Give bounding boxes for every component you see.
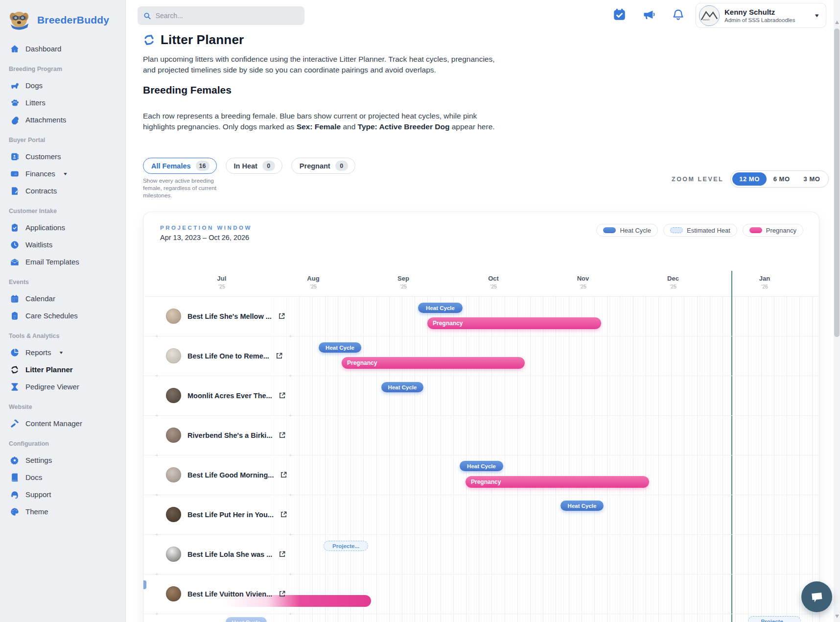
legend-heat-cycle: Heat Cycle xyxy=(596,224,658,237)
sidebar-item-dashboard[interactable]: Dashboard xyxy=(7,40,120,57)
search-input[interactable] xyxy=(156,12,299,20)
book-icon xyxy=(10,473,19,482)
cycle-icon xyxy=(10,365,19,374)
hammer-icon xyxy=(10,419,19,428)
sidebar-item-docs[interactable]: Docs xyxy=(7,469,120,486)
sidebar: BreederBuddy Dashboard Breeding Program … xyxy=(0,0,126,622)
zoom-option-3mo[interactable]: 3 MO xyxy=(797,172,827,186)
dog-avatar xyxy=(166,547,181,562)
filter-label: In Heat xyxy=(234,162,257,170)
filter-pregnant[interactable]: Pregnant 0 xyxy=(291,158,355,174)
zoom-option-6mo[interactable]: 6 MO xyxy=(767,172,797,186)
sidebar-item-litters[interactable]: Litters xyxy=(7,94,120,111)
sidebar-item-care-schedules[interactable]: Care Schedules xyxy=(7,307,120,324)
sidebar-item-pedigree-viewer[interactable]: Pedigree Viewer xyxy=(7,378,120,395)
app-logo-icon xyxy=(8,9,30,31)
pregnancy-bar[interactable]: Pregnancy xyxy=(466,476,649,488)
scroll-down-arrow-icon[interactable] xyxy=(835,615,839,618)
sidebar-item-waitlists[interactable]: Waitlists xyxy=(7,236,120,253)
sidebar-item-label: Calendar xyxy=(25,294,55,303)
user-role: Admin of SSS Labradoodles xyxy=(724,17,795,23)
pregnancy-bar[interactable]: Pregnancy xyxy=(342,357,525,369)
sidebar-section-breeding-program: Breeding Program xyxy=(9,66,120,72)
external-link-icon[interactable] xyxy=(278,312,285,320)
sidebar-item-label: Reports xyxy=(25,348,51,357)
month-tick: Aug'25 xyxy=(296,275,330,289)
sidebar-item-settings[interactable]: Settings xyxy=(7,452,120,469)
page-scrollbar[interactable] xyxy=(834,0,840,622)
sidebar-item-customers[interactable]: Customers xyxy=(7,148,120,165)
external-link-icon[interactable] xyxy=(279,392,286,399)
sidebar-item-theme[interactable]: Theme xyxy=(7,503,120,520)
heat-cycle-bar[interactable]: Heat Cycle xyxy=(319,342,361,353)
calendar-check-icon[interactable] xyxy=(613,8,626,21)
breeding-female-row: Projecte... Best Life Lola She was ... +… xyxy=(143,535,819,574)
sidebar-item-finances[interactable]: $ Finances ▼ xyxy=(7,165,120,182)
filter-in-heat[interactable]: In Heat 0 xyxy=(226,158,282,174)
clock-icon xyxy=(10,240,19,249)
sidebar-item-litter-planner[interactable]: Litter Planner xyxy=(7,361,120,378)
chart-legend: Heat Cycle Estimated Heat Pregnancy xyxy=(596,224,803,237)
heat-cycle-bar[interactable]: Heat Cycle xyxy=(418,303,463,313)
heat-cycle-bar[interactable]: Heat Cycle xyxy=(381,382,423,392)
external-link-icon[interactable] xyxy=(279,550,286,558)
sidebar-item-label: Pedigree Viewer xyxy=(25,383,79,391)
sidebar-item-label: Care Schedules xyxy=(25,311,78,320)
calendar-icon xyxy=(10,294,19,303)
month-tick: Nov'25 xyxy=(566,275,600,289)
sidebar-section-website: Website xyxy=(9,404,120,410)
sidebar-item-label: Finances xyxy=(25,169,55,178)
legend-label: Pregnancy xyxy=(766,227,796,234)
sidebar-item-label: Support xyxy=(25,490,51,499)
gear-icon xyxy=(10,455,19,465)
home-icon xyxy=(10,44,19,53)
sidebar-item-attachments[interactable]: Attachments xyxy=(7,111,120,128)
zoom-option-12mo[interactable]: 12 MO xyxy=(732,172,767,186)
scroll-up-arrow-icon[interactable] xyxy=(835,21,839,24)
external-link-icon[interactable] xyxy=(280,511,287,518)
user-menu[interactable]: mtnft Kenny Schultz Admin of SSS Labrado… xyxy=(696,3,826,28)
external-link-icon[interactable] xyxy=(280,471,287,478)
scrollbar-thumb[interactable] xyxy=(834,28,840,337)
external-link-icon[interactable] xyxy=(276,352,283,359)
sidebar-item-applications[interactable]: Applications xyxy=(7,219,120,236)
sidebar-item-contracts[interactable]: Contracts xyxy=(7,182,120,199)
pregnancy-swatch xyxy=(749,227,762,233)
estimated-heat-bar[interactable]: Projecte... xyxy=(748,616,801,622)
sidebar-item-label: Email Templates xyxy=(25,258,79,266)
sidebar-item-reports[interactable]: Reports ▼ xyxy=(7,344,120,361)
external-link-icon[interactable] xyxy=(279,431,286,439)
brand[interactable]: BreederBuddy xyxy=(0,6,125,38)
bell-icon[interactable] xyxy=(672,8,685,21)
dog-avatar xyxy=(166,388,181,403)
heat-cycle-bar[interactable]: Heat Cycle xyxy=(226,617,267,622)
filter-count-badge: 0 xyxy=(335,161,348,171)
filter-count-badge: 0 xyxy=(262,161,275,171)
dog-name: Riverbend She's a Birki... xyxy=(187,431,272,439)
sidebar-item-label: Litter Planner xyxy=(25,365,73,374)
svg-text:$: $ xyxy=(12,171,14,176)
sidebar-item-email-templates[interactable]: Email Templates xyxy=(7,253,120,270)
dog-avatar xyxy=(166,507,181,522)
month-tick: Jan'26 xyxy=(747,275,782,289)
external-link-icon[interactable] xyxy=(279,590,286,598)
chat-button[interactable] xyxy=(801,581,832,612)
pregnancy-bar[interactable]: Pregnancy xyxy=(427,317,601,329)
heat-cycle-bar[interactable]: Heat Cycle xyxy=(560,501,604,511)
projection-window-range: Apr 13, 2023 – Oct 26, 2026 xyxy=(160,234,249,241)
filter-all-females[interactable]: All Females 16 xyxy=(143,158,217,174)
sidebar-item-dogs[interactable]: Dogs xyxy=(7,77,120,94)
sidebar-item-support[interactable]: Support xyxy=(7,486,120,503)
search-bar[interactable] xyxy=(138,6,304,25)
sidebar-item-content-manager[interactable]: Content Manager xyxy=(7,415,120,432)
heat-cycle-bar[interactable]: Heat Cycle xyxy=(460,461,503,471)
megaphone-icon[interactable] xyxy=(642,8,655,21)
topbar-icons xyxy=(613,8,685,21)
svg-text:mtnft: mtnft xyxy=(703,17,710,21)
sidebar-item-calendar[interactable]: Calendar xyxy=(7,290,120,307)
breeding-female-row: Heat Cycle Best Life Put Her in You... +… xyxy=(143,495,819,535)
breeding-female-row: Heat Cycle Pregnancy Best Life She's Mel… xyxy=(143,297,819,336)
dog-avatar xyxy=(166,586,181,601)
projection-window-label: PROJECTION WINDOW xyxy=(160,225,252,231)
estimated-heat-bar[interactable]: Projecte... xyxy=(324,541,368,551)
